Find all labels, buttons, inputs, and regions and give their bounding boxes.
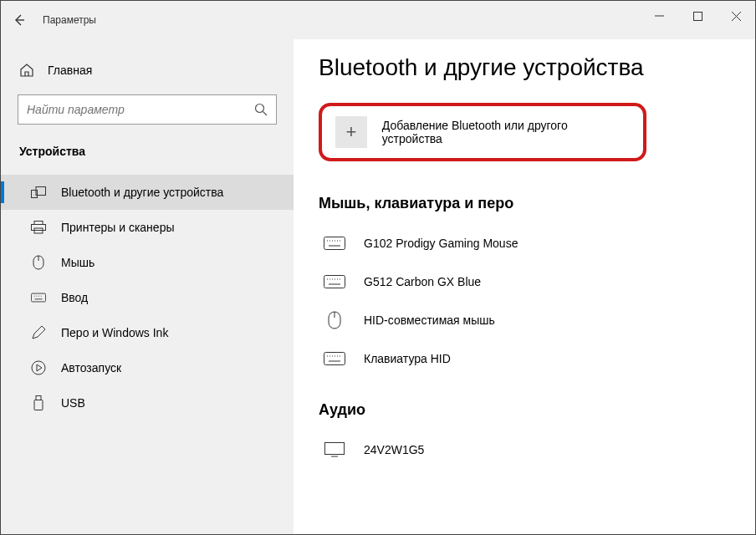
content-area: Bluetooth и другие устройства + Добавлен… [294, 39, 755, 535]
device-label: Клавиатура HID [364, 352, 451, 365]
maximize-icon [693, 12, 702, 21]
add-device-button[interactable]: + Добавление Bluetooth или другого устро… [319, 103, 646, 161]
device-label: G512 Carbon GX Blue [364, 275, 481, 288]
sidebar-item-typing[interactable]: Ввод [1, 280, 294, 315]
arrow-left-icon [13, 13, 26, 27]
minimize-icon [655, 12, 664, 21]
device-item[interactable]: HID-совместимая мышь [319, 301, 730, 339]
home-icon [19, 63, 34, 78]
autoplay-icon [31, 360, 46, 375]
search-input[interactable] [27, 103, 254, 116]
back-button[interactable] [1, 1, 38, 39]
svg-rect-10 [32, 225, 46, 231]
plus-icon: + [335, 116, 367, 148]
close-button[interactable] [717, 1, 755, 31]
nav-label: USB [61, 396, 85, 410]
keyboard-icon [324, 234, 345, 252]
printer-icon [31, 220, 46, 235]
svg-rect-21 [36, 396, 41, 400]
svg-rect-49 [325, 443, 345, 455]
sidebar: Главная Устройства Bluetooth и другие ус… [1, 39, 294, 535]
devices-icon [31, 185, 46, 200]
section-audio-header: Аудио [319, 401, 730, 419]
usb-icon [31, 395, 46, 410]
device-item[interactable]: 24V2W1G5 [319, 431, 730, 469]
svg-rect-2 [693, 12, 702, 20]
keyboard-icon [324, 349, 345, 368]
svg-rect-41 [324, 353, 345, 365]
device-label: HID-совместимая мышь [364, 313, 495, 327]
svg-rect-23 [324, 237, 345, 250]
sidebar-section-header: Устройства [1, 138, 294, 175]
titlebar: Параметры [1, 1, 755, 39]
sidebar-item-printers[interactable]: Принтеры и сканеры [1, 210, 294, 245]
close-icon [732, 12, 741, 21]
nav-label: Ввод [61, 291, 88, 304]
keyboard-icon [324, 273, 345, 291]
keyboard-icon [31, 290, 46, 305]
sidebar-item-mouse[interactable]: Мышь [1, 245, 294, 280]
home-label: Главная [48, 64, 92, 77]
nav-label: Мышь [61, 256, 94, 269]
sidebar-item-pen[interactable]: Перо и Windows Ink [1, 315, 294, 350]
nav-label: Перо и Windows Ink [61, 326, 168, 339]
nav-label: Принтеры и сканеры [61, 221, 174, 234]
svg-line-6 [263, 112, 268, 116]
nav-label: Автозапуск [61, 361, 121, 374]
maximize-button[interactable] [678, 1, 717, 31]
pen-icon [31, 325, 46, 340]
device-item[interactable]: G102 Prodigy Gaming Mouse [319, 224, 730, 262]
svg-rect-9 [34, 222, 43, 225]
nav-label: Bluetooth и другие устройства [61, 186, 223, 199]
window-title: Параметры [43, 14, 96, 26]
section-input-header: Мышь, клавиатура и перо [319, 195, 730, 212]
search-icon [254, 103, 268, 116]
device-item[interactable]: G512 Carbon GX Blue [319, 262, 730, 301]
monitor-icon [324, 441, 345, 459]
device-item[interactable]: Клавиатура HID [319, 339, 730, 378]
sidebar-item-autoplay[interactable]: Автозапуск [1, 350, 294, 385]
add-device-label: Добавление Bluetooth или другого устройс… [382, 119, 630, 145]
svg-rect-14 [31, 293, 45, 302]
sidebar-item-usb[interactable]: USB [1, 385, 294, 420]
sidebar-item-bluetooth[interactable]: Bluetooth и другие устройства [1, 175, 294, 210]
svg-rect-31 [324, 276, 345, 288]
window-controls [640, 1, 755, 31]
minimize-button[interactable] [640, 1, 678, 31]
search-box[interactable] [18, 94, 277, 125]
page-title: Bluetooth и другие устройства [319, 54, 730, 81]
home-link[interactable]: Главная [1, 54, 294, 86]
svg-point-20 [32, 361, 45, 374]
mouse-icon [31, 255, 46, 270]
svg-rect-22 [34, 400, 43, 410]
svg-point-5 [256, 104, 264, 113]
device-label: G102 Prodigy Gaming Mouse [364, 237, 518, 250]
device-label: 24V2W1G5 [364, 443, 424, 456]
mouse-icon [324, 311, 345, 329]
